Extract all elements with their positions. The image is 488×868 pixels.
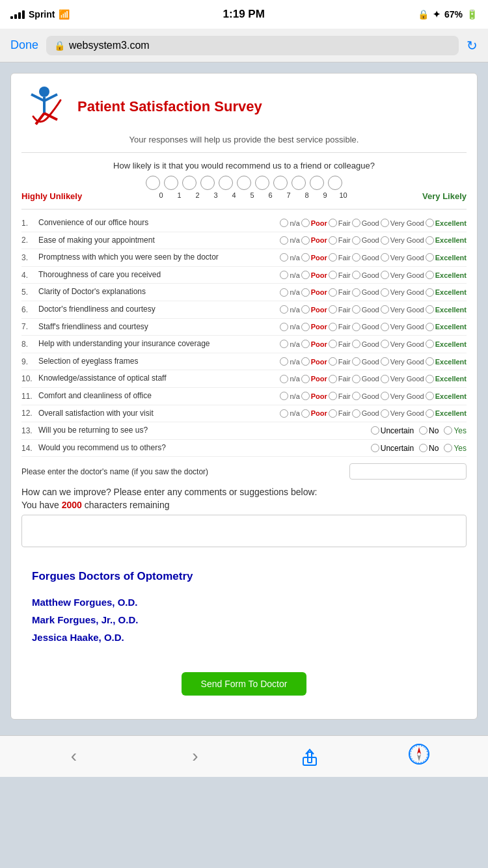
q1-option-n/a[interactable]: n/a <box>280 219 299 227</box>
q6-option-good[interactable]: Good <box>352 305 379 314</box>
q6-option-poor[interactable]: Poor <box>301 305 327 314</box>
q5-option-verygood[interactable]: Very Good <box>381 288 424 297</box>
q5-option-fair[interactable]: Fair <box>329 288 351 297</box>
q10-option-poor[interactable]: Poor <box>301 375 327 383</box>
compass-button[interactable] <box>408 743 430 770</box>
nps-radio-0[interactable] <box>146 176 160 190</box>
q12-option-n/a[interactable]: n/a <box>280 409 299 418</box>
q2-option-excellent[interactable]: Excellent <box>426 236 467 245</box>
q2-option-poor[interactable]: Poor <box>301 236 327 245</box>
submit-button[interactable]: Send Form To Doctor <box>182 672 307 696</box>
q12-option-excellent[interactable]: Excellent <box>426 409 467 418</box>
q2-option-verygood[interactable]: Very Good <box>381 236 424 245</box>
q10-option-verygood[interactable]: Very Good <box>381 375 424 383</box>
nps-radio-2[interactable] <box>182 176 197 190</box>
url-bar[interactable]: 🔒 websystem3.com <box>46 36 459 55</box>
nps-radio-9[interactable] <box>310 176 324 190</box>
yn-option-uncertain[interactable]: Uncertain <box>371 444 414 453</box>
q8-option-good[interactable]: Good <box>352 340 379 348</box>
q8-option-excellent[interactable]: Excellent <box>426 340 467 348</box>
back-button[interactable]: ‹ <box>58 740 90 772</box>
refresh-button[interactable]: ↻ <box>467 38 478 53</box>
nps-radio-1[interactable] <box>164 176 178 190</box>
q12-option-verygood[interactable]: Very Good <box>381 409 424 418</box>
doctor-name-input[interactable] <box>349 463 467 480</box>
q3-option-poor[interactable]: Poor <box>301 253 327 262</box>
q9-option-excellent[interactable]: Excellent <box>426 357 467 366</box>
q5-option-n/a[interactable]: n/a <box>280 288 299 297</box>
q7-option-good[interactable]: Good <box>352 323 379 331</box>
q1-option-poor[interactable]: Poor <box>301 219 327 227</box>
yn-option-no[interactable]: No <box>419 444 439 453</box>
q7-option-excellent[interactable]: Excellent <box>426 323 467 331</box>
nps-radio-6[interactable] <box>255 176 269 190</box>
q10-option-excellent[interactable]: Excellent <box>426 375 467 383</box>
q10-option-n/a[interactable]: n/a <box>280 375 299 383</box>
forward-button[interactable]: › <box>179 740 211 772</box>
q3-option-n/a[interactable]: n/a <box>280 253 299 262</box>
q4-option-n/a[interactable]: n/a <box>280 271 299 279</box>
q12-option-poor[interactable]: Poor <box>301 409 327 418</box>
q5-option-poor[interactable]: Poor <box>301 288 327 297</box>
q4-option-poor[interactable]: Poor <box>301 271 327 279</box>
q7-option-poor[interactable]: Poor <box>301 323 327 331</box>
q6-option-fair[interactable]: Fair <box>329 305 351 314</box>
q11-option-fair[interactable]: Fair <box>329 392 351 400</box>
q10-option-fair[interactable]: Fair <box>329 375 351 383</box>
q4-option-fair[interactable]: Fair <box>329 271 351 279</box>
q1-option-fair[interactable]: Fair <box>329 219 351 227</box>
q2-option-fair[interactable]: Fair <box>329 236 351 245</box>
q6-option-n/a[interactable]: n/a <box>280 305 299 314</box>
q6-option-excellent[interactable]: Excellent <box>426 305 467 314</box>
q12-option-fair[interactable]: Fair <box>329 409 351 418</box>
done-button[interactable]: Done <box>10 38 38 52</box>
q8-option-fair[interactable]: Fair <box>329 340 351 348</box>
nps-radio-3[interactable] <box>200 176 215 190</box>
nps-radio-7[interactable] <box>273 176 288 190</box>
q7-option-verygood[interactable]: Very Good <box>381 323 424 331</box>
q11-option-verygood[interactable]: Very Good <box>381 392 424 400</box>
q4-option-excellent[interactable]: Excellent <box>426 271 467 279</box>
q3-option-good[interactable]: Good <box>352 253 379 262</box>
q9-option-n/a[interactable]: n/a <box>280 357 299 366</box>
q3-option-fair[interactable]: Fair <box>329 253 351 262</box>
q9-option-good[interactable]: Good <box>352 357 379 366</box>
q5-option-good[interactable]: Good <box>352 288 379 297</box>
q11-option-poor[interactable]: Poor <box>301 392 327 400</box>
q10-option-good[interactable]: Good <box>352 375 379 383</box>
yn-option-yes[interactable]: Yes <box>444 444 467 453</box>
q1-option-verygood[interactable]: Very Good <box>381 219 424 227</box>
q6-option-verygood[interactable]: Very Good <box>381 305 424 314</box>
q8-option-n/a[interactable]: n/a <box>280 340 299 348</box>
nps-radio-5[interactable] <box>237 176 251 190</box>
q4-option-good[interactable]: Good <box>352 271 379 279</box>
q1-option-excellent[interactable]: Excellent <box>426 219 467 227</box>
share-button[interactable] <box>301 746 319 766</box>
comments-textarea[interactable] <box>21 515 467 547</box>
q5-option-excellent[interactable]: Excellent <box>426 288 467 297</box>
q11-option-excellent[interactable]: Excellent <box>426 392 467 400</box>
q3-option-excellent[interactable]: Excellent <box>426 253 467 262</box>
q7-option-fair[interactable]: Fair <box>329 323 351 331</box>
nps-radio-8[interactable] <box>291 176 306 190</box>
q9-option-fair[interactable]: Fair <box>329 357 351 366</box>
bottom-nav: ‹ › <box>0 735 488 777</box>
q11-option-n/a[interactable]: n/a <box>280 392 299 400</box>
q11-option-good[interactable]: Good <box>352 392 379 400</box>
q8-option-verygood[interactable]: Very Good <box>381 340 424 348</box>
nps-radio-4[interactable] <box>219 176 233 190</box>
q2-option-n/a[interactable]: n/a <box>280 236 299 245</box>
q8-option-poor[interactable]: Poor <box>301 340 327 348</box>
yn-option-no[interactable]: No <box>419 426 439 435</box>
q9-option-verygood[interactable]: Very Good <box>381 357 424 366</box>
q2-option-good[interactable]: Good <box>352 236 379 245</box>
yn-option-uncertain[interactable]: Uncertain <box>371 426 414 435</box>
q1-option-good[interactable]: Good <box>352 219 379 227</box>
q7-option-n/a[interactable]: n/a <box>280 323 299 331</box>
q9-option-poor[interactable]: Poor <box>301 357 327 366</box>
q3-option-verygood[interactable]: Very Good <box>381 253 424 262</box>
yn-option-yes[interactable]: Yes <box>444 426 467 435</box>
nps-radio-10[interactable] <box>328 176 342 190</box>
q4-option-verygood[interactable]: Very Good <box>381 271 424 279</box>
q12-option-good[interactable]: Good <box>352 409 379 418</box>
